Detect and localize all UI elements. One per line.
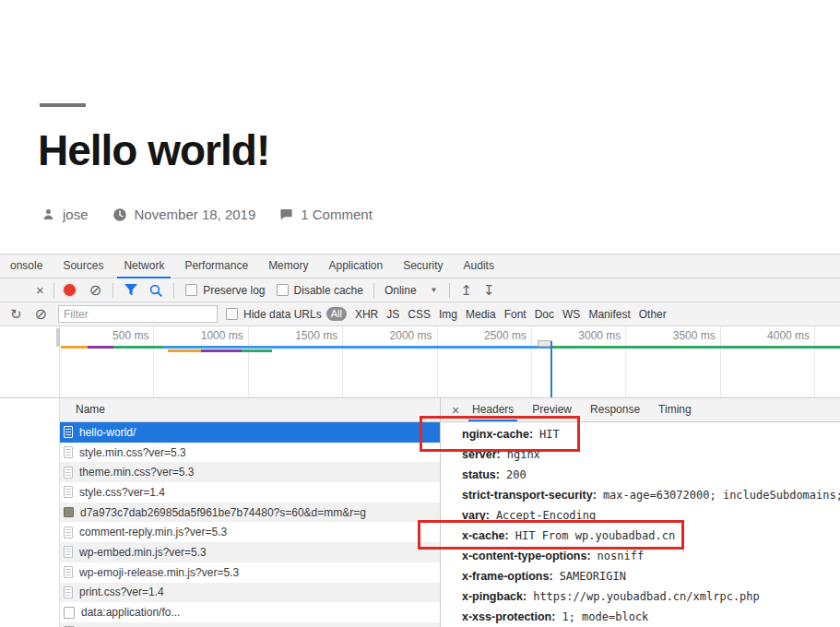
request-type-filter[interactable]: WS	[562, 308, 580, 321]
overview-bar-segment	[550, 346, 840, 349]
request-type-filter[interactable]: Manifest	[588, 308, 630, 321]
devtools-tab-label: Memory	[268, 259, 308, 272]
chevron-down-icon[interactable]: ▼	[431, 286, 438, 294]
header-entry: x-cache:HIT From wp.youbadbad.cn	[462, 526, 840, 546]
request-type-filter[interactable]: Font	[504, 308, 526, 321]
request-type-filter[interactable]: JS	[386, 308, 399, 321]
devtools-tab-label: Performance	[184, 259, 248, 272]
devtools-panel: onsole Sources Network Performance Memor…	[0, 254, 840, 627]
details-tab-label: Response	[590, 403, 640, 416]
devtools-tab[interactable]: Performance	[174, 254, 258, 278]
request-row[interactable]: d7a973c7dab26985da5f961be7b74480?s=60&d=…	[60, 503, 440, 523]
devtools-tab[interactable]: Audits	[454, 254, 504, 278]
hide-data-urls-checkbox[interactable]	[226, 308, 238, 320]
details-tab[interactable]: Timing	[649, 398, 701, 421]
header-key: nginx-cache:	[462, 428, 533, 441]
header-key: server:	[462, 448, 501, 461]
search-icon[interactable]	[149, 284, 162, 297]
request-name: wp-embed.min.js?ver=5.3	[79, 546, 207, 559]
disable-cache-checkbox[interactable]	[277, 284, 289, 296]
overview-bar-segment	[113, 346, 163, 349]
preserve-log-label[interactable]: Preserve log	[203, 284, 265, 297]
network-toolbar: × ⊘ Preserve log Disable cache Online ▼ …	[0, 278, 840, 302]
devtools-tab-label: Security	[403, 259, 443, 272]
request-row[interactable]: print.css?ver=1.4	[60, 583, 440, 603]
preserve-log-checkbox[interactable]	[185, 284, 197, 296]
request-name: print.css?ver=1.4	[79, 586, 164, 598]
import-har-icon[interactable]: ↥	[461, 283, 473, 297]
post-date: November 18, 2019	[135, 207, 256, 222]
header-value: nosniff	[597, 550, 645, 562]
timeline-overview[interactable]: 500 ms 1000 ms 1500 ms 2000 ms 2500 ms 3…	[0, 326, 840, 398]
close-details-icon[interactable]: ×	[448, 403, 463, 418]
header-entry: status:200	[462, 465, 840, 485]
comments-meta[interactable]: 1 Comment	[279, 207, 373, 222]
devtools-tab[interactable]: onsole	[0, 254, 53, 278]
post-title: Hello world!	[38, 127, 269, 174]
timeline-tick-label: 4000 ms	[721, 326, 815, 397]
header-entry: strict-transport-security:max-age=630720…	[462, 485, 840, 505]
request-row[interactable]: data:application/fo...	[60, 602, 440, 622]
header-entry: nginx-cache:HIT	[462, 424, 840, 444]
request-type-filter[interactable]: Other	[639, 308, 667, 321]
filter-funnel-icon[interactable]	[124, 284, 137, 296]
response-headers-list: nginx-cache:HIT server:nginx status:200 …	[441, 422, 840, 627]
close-icon[interactable]: ×	[36, 283, 44, 297]
request-type-filter[interactable]: Doc	[535, 308, 554, 321]
overview-bar-segment	[163, 346, 550, 349]
devtools-tab[interactable]: Application	[318, 254, 393, 278]
request-type-filter[interactable]: Img	[439, 308, 457, 321]
overview-bar-segment	[168, 349, 201, 352]
header-value: 1; mode=block	[562, 610, 648, 623]
overview-bar-segment	[88, 346, 113, 349]
file-icon	[64, 467, 73, 479]
title-accent-line	[40, 103, 86, 107]
toolbar-divider	[173, 283, 174, 298]
request-row[interactable]: hello-world/	[60, 422, 440, 443]
details-tabs: Headers Preview Response Timing	[463, 398, 701, 421]
request-row[interactable]: wp-embed.min.js?ver=5.3	[60, 542, 440, 562]
request-type-filter[interactable]: XHR	[355, 308, 378, 321]
file-icon	[64, 486, 73, 498]
devtools-tab[interactable]: Network	[113, 254, 174, 278]
request-type-filter[interactable]: Media	[466, 308, 496, 321]
name-column-header[interactable]: Name	[60, 398, 440, 422]
file-icon	[64, 526, 73, 538]
person-icon	[41, 207, 55, 221]
details-tab[interactable]: Response	[581, 398, 649, 421]
header-key: x-frame-options:	[462, 570, 553, 583]
request-row[interactable]: theme.min.css?ver=5.3	[60, 462, 440, 482]
header-key: strict-transport-security:	[462, 489, 597, 502]
request-row[interactable]: comment-reply.min.js?ver=5.3	[60, 522, 440, 542]
request-row[interactable]: style.css?ver=1.4	[60, 482, 440, 503]
header-entry: vary:Accept-Encoding	[462, 505, 840, 526]
overview-marker-handle[interactable]	[538, 340, 551, 347]
request-row[interactable]: style.min.css?ver=5.3	[60, 443, 440, 463]
export-har-icon[interactable]: ↧	[483, 283, 495, 297]
timeline-tick-label: 1000 ms	[154, 326, 248, 397]
clear-icon[interactable]: ⊘	[89, 283, 101, 298]
details-tab[interactable]: Preview	[523, 398, 581, 421]
request-type-filter[interactable]: CSS	[408, 308, 431, 321]
request-name: wp-emoji-release.min.js?ver=5.3	[79, 566, 239, 579]
record-button[interactable]	[64, 284, 76, 296]
author-meta[interactable]: jose	[41, 207, 89, 222]
devtools-tab[interactable]: Security	[393, 254, 453, 278]
request-rows: hello-world/ style.min.css?ver=5.3 theme…	[60, 422, 440, 627]
devtools-tab[interactable]: Memory	[258, 254, 318, 278]
devtools-tab[interactable]: Sources	[53, 254, 113, 278]
disable-cache-label[interactable]: Disable cache	[294, 284, 363, 297]
file-icon	[64, 546, 73, 558]
filter-input[interactable]	[58, 305, 218, 323]
overview-left-handle[interactable]	[56, 328, 60, 347]
request-row[interactable]	[60, 622, 440, 627]
details-tab-label: Headers	[472, 403, 514, 416]
request-type-filter[interactable]: All	[326, 307, 347, 321]
throttling-select[interactable]: Online	[385, 284, 417, 297]
hide-data-urls-label[interactable]: Hide data URLs	[243, 308, 322, 321]
timeline-tick-label: 500 ms	[60, 326, 154, 397]
block-icon[interactable]: ⊘	[35, 307, 47, 322]
details-tab[interactable]: Headers	[463, 398, 523, 421]
reload-icon[interactable]: ↻	[10, 307, 22, 321]
request-row[interactable]: wp-emoji-release.min.js?ver=5.3	[60, 562, 440, 583]
